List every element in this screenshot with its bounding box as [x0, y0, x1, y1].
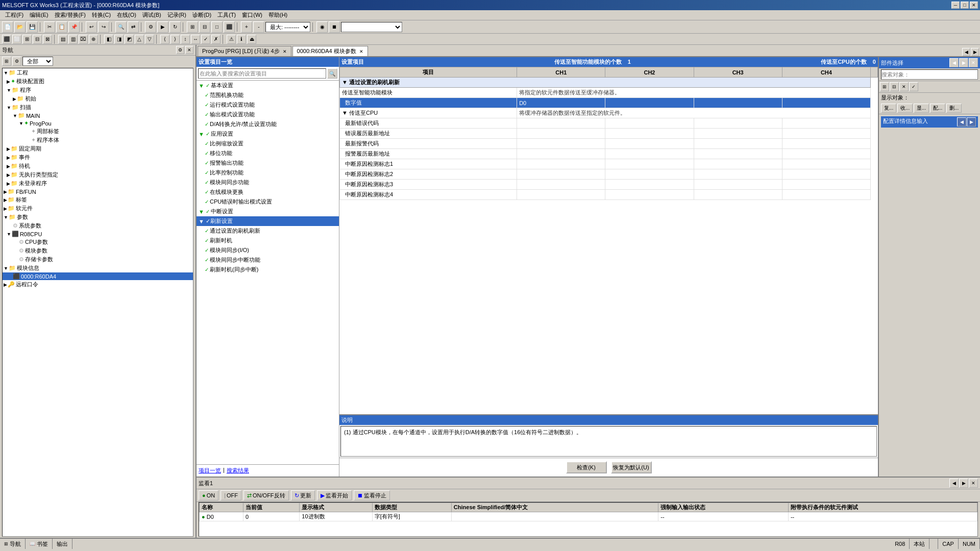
- menu-record[interactable]: 记录(R): [164, 10, 189, 20]
- rsp-tb1[interactable]: ⊞: [880, 82, 889, 91]
- latest-error-ch1[interactable]: [517, 118, 605, 129]
- tb-btn7[interactable]: ⊟: [199, 21, 210, 33]
- tree-item-module-config[interactable]: ▶ ✦ 模块配置图: [3, 77, 193, 86]
- rsp-action-5[interactable]: 删...: [946, 104, 962, 113]
- alarm-history-ch1[interactable]: [517, 149, 605, 159]
- latest-error-ch3[interactable]: [694, 118, 782, 129]
- digital-ch1[interactable]: D0: [517, 98, 605, 108]
- status-bookmarks[interactable]: 📖 书签: [26, 539, 53, 549]
- menu-debug[interactable]: 调试(B): [139, 10, 164, 20]
- tree-item-init[interactable]: ▶ 📁 初始: [3, 94, 193, 103]
- intr-flag4-ch4[interactable]: [782, 190, 870, 200]
- tree-item-module-params[interactable]: ⚙ 模块参数: [3, 246, 193, 255]
- tree-item-no-exec[interactable]: ▶ 📁 无执行类型指定: [3, 170, 193, 179]
- intr-flag2-ch4[interactable]: [782, 169, 870, 180]
- tree-item-devices[interactable]: ▶ 📁 软元件: [3, 204, 193, 213]
- zoom-select[interactable]: 最大: --------: [265, 22, 310, 32]
- table-row-intr-flag4[interactable]: 中断原因检测标志4: [340, 190, 878, 200]
- btn-watch-start[interactable]: ▶ 监看开始: [317, 490, 352, 500]
- tree-item-params[interactable]: ▼ 📁 参数: [3, 213, 193, 221]
- status-output[interactable]: 输出: [53, 539, 72, 549]
- tb2-14[interactable]: ▽: [145, 35, 154, 44]
- tree-item-local-labels[interactable]: ✦ 周部标签: [3, 127, 193, 136]
- settings-search-input[interactable]: [198, 68, 326, 79]
- tab-nav-right[interactable]: ▶: [971, 48, 979, 56]
- maximize-button[interactable]: □: [961, 2, 969, 9]
- bottom-close[interactable]: ✕: [969, 479, 978, 488]
- nav-filter-select[interactable]: 全部: [22, 57, 53, 66]
- rsp-detail-nav-left[interactable]: ◀: [957, 117, 966, 127]
- intr-flag2-ch3[interactable]: [694, 169, 782, 180]
- menu-convert[interactable]: 转换(C): [89, 10, 114, 20]
- s-rate-control[interactable]: ✓ 比率控制功能: [197, 168, 339, 178]
- restore-default-button[interactable]: 恢复为默认(U): [611, 461, 652, 473]
- rsp-action-3[interactable]: 显...: [914, 104, 929, 113]
- tb-undo[interactable]: ↩: [86, 21, 97, 33]
- tb-stop[interactable]: ⏹: [329, 21, 340, 33]
- tree-item-program-body[interactable]: ✦ 程序本体: [3, 136, 193, 144]
- intr-flag3-ch2[interactable]: [605, 180, 694, 190]
- tb-cut[interactable]: ✂: [44, 21, 55, 33]
- rsp-close[interactable]: ✕: [969, 58, 978, 67]
- table-row-error-history[interactable]: 错误履历最新地址: [340, 129, 878, 139]
- s-basic-settings[interactable]: ▼ ✓ 基本设置: [197, 81, 339, 90]
- tb-replace[interactable]: ⇄: [128, 21, 139, 33]
- s-da-convert[interactable]: ✓ D/A转换允许/禁止设置功能: [197, 119, 339, 129]
- table-row-digital[interactable]: 数字值 D0: [340, 98, 878, 108]
- s-refresh-sync-intr[interactable]: ✓ 刷新时机(同步中断): [197, 265, 339, 274]
- tree-item-fbfun[interactable]: ▶ 📁 FB/FUN: [3, 188, 193, 195]
- tree-item-main[interactable]: ▼ 📁 MAIN: [3, 112, 193, 119]
- tb-btn9[interactable]: ⬛: [224, 21, 235, 33]
- rsp-action-2[interactable]: 收...: [897, 104, 913, 113]
- menu-edit[interactable]: 编辑(E): [27, 10, 52, 20]
- intr-flag1-ch1[interactable]: [517, 159, 605, 169]
- s-scale[interactable]: ✓ 比例缩放设置: [197, 139, 339, 148]
- menu-help[interactable]: 帮助(H): [265, 10, 290, 20]
- alarm-history-ch3[interactable]: [694, 149, 782, 159]
- latest-alarm-ch2[interactable]: [605, 139, 694, 149]
- menu-diag[interactable]: 诊断(D): [189, 10, 214, 20]
- s-refresh-settings[interactable]: ▼ ✓ 刷新设置: [197, 216, 339, 226]
- close-button[interactable]: ✕: [970, 2, 978, 9]
- tree-item-program[interactable]: ▼ 📁 程序: [3, 86, 193, 94]
- tab-r60da4-close[interactable]: ✕: [359, 49, 363, 54]
- s-refresh-timing[interactable]: ✓ 刷新时机: [197, 236, 339, 245]
- s-range-switch[interactable]: ✓ 范围机换功能: [197, 90, 339, 100]
- s-refresh-cpu[interactable]: ✓ 通过设置的刷机刷新: [197, 226, 339, 236]
- digital-ch4[interactable]: [782, 98, 870, 108]
- tb2-22[interactable]: ℹ: [237, 35, 246, 44]
- tree-item-sys-params[interactable]: ⚙ 系统参数: [3, 221, 193, 230]
- nav-tb1[interactable]: ⊞: [2, 57, 11, 66]
- rsp-nav-right[interactable]: ▶: [959, 58, 968, 67]
- tb-zoom-in[interactable]: +: [241, 21, 252, 33]
- latest-alarm-ch1[interactable]: [517, 139, 605, 149]
- tb-rebuild[interactable]: ↻: [169, 21, 181, 33]
- latest-alarm-ch3[interactable]: [694, 139, 782, 149]
- tree-item-event[interactable]: ▶ 📁 事件: [3, 153, 193, 162]
- intr-flag2-ch1[interactable]: [517, 169, 605, 180]
- tb-btn8[interactable]: □: [211, 21, 223, 33]
- rsp-action-1[interactable]: 复...: [881, 104, 896, 113]
- bottom-nav-right[interactable]: ▶: [959, 479, 968, 488]
- btn-update[interactable]: ↻ 更新: [291, 490, 315, 500]
- s-alarm-output[interactable]: ✓ 报警输出功能: [197, 158, 339, 168]
- tb-build[interactable]: ▶: [157, 21, 168, 33]
- minimize-button[interactable]: ─: [951, 2, 960, 9]
- tree-item-project[interactable]: ▼ 📁 工程: [3, 68, 193, 77]
- tb-save[interactable]: 💾: [27, 21, 38, 33]
- s-inter-module-sync[interactable]: ✓ 模块间同步功能: [197, 178, 339, 187]
- tree-item-progpou[interactable]: ▼ ✦ ProgPou: [3, 119, 193, 127]
- menu-tools[interactable]: 工具(T): [214, 10, 239, 20]
- tree-item-module-info[interactable]: ▼ 📁 模块信息: [3, 264, 193, 272]
- latest-alarm-ch4[interactable]: [782, 139, 870, 149]
- bottom-nav-left[interactable]: ◀: [949, 479, 959, 488]
- alarm-history-ch4[interactable]: [782, 149, 870, 159]
- table-row-intr-flag1[interactable]: 中断原因检测标志1: [340, 159, 878, 169]
- tree-item-fixed-cycle[interactable]: ▶ 📁 固定周期: [3, 144, 193, 153]
- s-run-mode[interactable]: ✓ 运行模式设置功能: [197, 100, 339, 110]
- rsp-action-4[interactable]: 配...: [930, 104, 945, 113]
- settings-footer-search[interactable]: 搜索结果: [227, 467, 249, 474]
- intr-flag3-ch4[interactable]: [782, 180, 870, 190]
- rsp-tb4[interactable]: ✓: [909, 82, 918, 91]
- rsp-tb2[interactable]: ⊟: [890, 82, 899, 91]
